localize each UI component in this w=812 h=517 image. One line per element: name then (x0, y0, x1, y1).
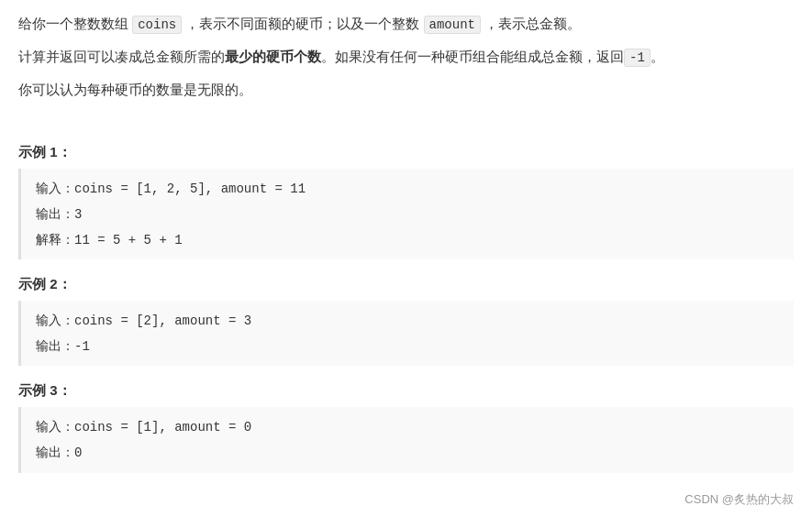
footer: CSDN @炙热的大叔 (684, 491, 794, 508)
example-1-output-label: 输出： (36, 206, 74, 221)
intro-line2-bold: 最少的硬币个数 (225, 49, 321, 64)
example-1-extra-label: 解释： (36, 232, 74, 247)
example-3-output-label: 输出： (36, 445, 74, 459)
example-2-output-value: -1 (74, 339, 90, 354)
coins-code: coins (132, 16, 182, 34)
intro-line2-end: 。 (651, 49, 664, 64)
example-1-title: 示例 1： (18, 144, 794, 161)
example-2-block: 输入：coins = [2], amount = 3输出：-1 (18, 301, 794, 366)
intro-line2-post: 。如果没有任何一种硬币组合能组成总金额，返回 (321, 49, 624, 64)
example-2-output-label: 输出： (36, 338, 74, 353)
example-2-title: 示例 2： (18, 276, 794, 293)
intro-line1-pre: 给你一个整数数组 (18, 16, 128, 31)
example-3-input-line: 输入：coins = [1], amount = 0 (36, 414, 779, 440)
intro-line2-pre: 计算并返回可以凑成总金额所需的 (18, 49, 225, 64)
example-1-output-value: 3 (74, 207, 82, 222)
intro-line2: 计算并返回可以凑成总金额所需的最少的硬币个数。如果没有任何一种硬币组合能组成总金… (18, 44, 794, 70)
example-1-output-line: 输出：3 (36, 202, 779, 227)
neg1-code: -1 (624, 49, 651, 67)
example-3-input-label: 输入： (36, 419, 74, 434)
example-3-output-line: 输出：0 (36, 440, 779, 466)
example-3-input-code: coins = [1], amount = 0 (74, 420, 251, 434)
footer-text: CSDN @炙热的大叔 (684, 492, 794, 506)
example-1-extra-value: 11 = 5 + 5 + 1 (74, 233, 183, 248)
example-1-extra-line: 解释：11 = 5 + 5 + 1 (36, 227, 779, 253)
example-2-output-line: 输出：-1 (36, 334, 779, 359)
example-1-input-label: 输入： (36, 181, 74, 195)
example-1-input-line: 输入：coins = [1, 2, 5], amount = 11 (36, 176, 779, 202)
example-2-input-code: coins = [2], amount = 3 (74, 314, 251, 328)
example-2-input-line: 输入：coins = [2], amount = 3 (36, 308, 779, 334)
intro-line3: 你可以认为每种硬币的数量是无限的。 (18, 77, 794, 102)
intro-line1: 给你一个整数数组 coins ，表示不同面额的硬币；以及一个整数 amount … (18, 11, 794, 37)
examples-container: 示例 1：输入：coins = [1, 2, 5], amount = 11输出… (18, 144, 794, 472)
example-1-input-code: coins = [1, 2, 5], amount = 11 (74, 182, 306, 196)
example-3-block: 输入：coins = [1], amount = 0输出：0 (18, 407, 794, 472)
intro-line1-mid: ，表示不同面额的硬币；以及一个整数 (185, 16, 419, 31)
example-3-output-value: 0 (74, 446, 82, 460)
example-3-title: 示例 3： (18, 382, 794, 400)
intro-line1-post: ，表示总金额。 (484, 16, 581, 31)
amount-code: amount (424, 16, 481, 34)
example-1-block: 输入：coins = [1, 2, 5], amount = 11输出：3解释：… (18, 169, 794, 259)
example-2-input-label: 输入： (36, 313, 74, 327)
